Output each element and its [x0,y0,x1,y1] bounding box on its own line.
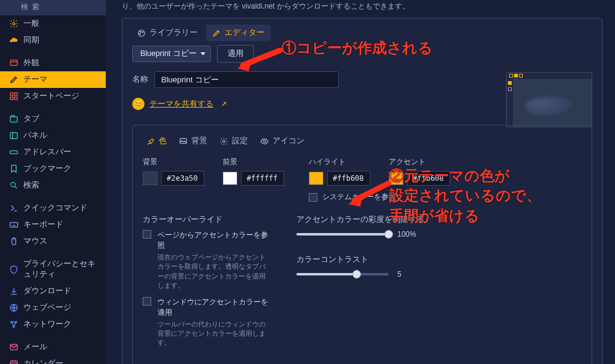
svg-rect-17 [10,361,17,364]
sidebar-item-label: 検索 [23,180,39,191]
override-opt1-title: ページからアクセントカラーを参照 [157,230,272,251]
image-icon [179,137,188,146]
sidebar-item-mail[interactable]: メール [0,339,106,355]
ac-color-hex[interactable] [407,171,450,186]
sidebar-item-download[interactable]: ダウンロード [0,283,106,299]
panel-tabbar: ライブラリー エディター [122,18,602,45]
sidebar-search: 検索 [0,0,106,15]
svg-point-19 [138,30,145,36]
editor-icon [212,29,221,38]
hl-color-label: ハイライト [309,157,370,167]
keyboard-icon [9,220,18,230]
sidebar-item-cloud[interactable]: 同期 [0,32,106,49]
intro-text: り、他のユーザーが作ったテーマを vivaldi.net からダウンロードするこ… [122,0,603,18]
network-icon [9,320,18,330]
search-icon [9,181,18,191]
tab-editor-label: エディター [224,28,264,38]
sidebar-item-mouse[interactable]: マウス [0,233,106,250]
gear-icon [220,137,228,146]
sidebar-item-label: 同期 [23,35,39,46]
tab-icon [9,114,18,124]
subtab-color[interactable]: 色 [143,134,170,148]
apply-button[interactable]: 適用 [217,45,254,63]
color-settings-panel: 色 背景 設定 アイコ [132,125,592,364]
override-title: カラーオーバーライド [143,215,272,225]
subtab-settings[interactable]: 設定 [216,134,252,148]
mail-icon [9,342,18,352]
download-icon [9,287,18,296]
sidebar-item-bookmark[interactable]: ブックマーク [0,160,106,177]
bg-color-hex[interactable] [161,171,204,186]
quickcmd-icon [9,204,18,213]
fg-color-hex[interactable] [241,171,284,186]
saturation-value: 100% [397,230,428,239]
main-area: り、他のユーザーが作ったテーマを vivaldi.net からダウンロードするこ… [106,0,615,364]
sidebar-item-webpage[interactable]: ウェブページ [0,299,106,316]
share-emoji-icon: 😊 [132,98,145,110]
sidebar-item-label: メール [23,342,47,352]
mouse-icon [9,237,18,247]
sidebar-item-label: ネットワーク [23,319,71,330]
svg-rect-8 [10,151,18,154]
tab-library-label: ライブラリー [149,28,197,38]
svg-point-9 [10,183,15,188]
appearance-icon [9,58,18,68]
sidebar-item-label: マウス [23,236,47,247]
chevron-down-icon [200,52,205,55]
sidebar-item-tab[interactable]: タブ [0,111,106,127]
sidebar-item-label: テーマ [23,74,47,85]
sub-tabbar: 色 背景 設定 アイコ [143,134,582,148]
sidebar-item-quickcmd[interactable]: クイックコマンド [0,200,106,216]
panel-icon [9,131,18,141]
hl-color-swatch[interactable] [309,172,323,185]
tab-editor[interactable]: エディター [206,25,271,41]
fg-color-swatch[interactable] [223,172,237,185]
tab-library[interactable]: ライブラリー [131,25,204,41]
bg-color-swatch[interactable] [143,172,157,185]
override-window-accent-checkbox[interactable] [143,297,151,306]
svg-point-0 [12,23,15,25]
svg-point-21 [142,31,143,33]
override-page-accent-checkbox[interactable] [143,230,151,239]
sidebar-item-panel[interactable]: パネル [0,127,106,144]
ac-color-swatch[interactable] [389,172,403,185]
theme-select-value: Blueprint コピー [140,49,197,59]
webpage-icon [9,303,18,313]
share-theme-link[interactable]: テーマを共有する [149,99,213,109]
sidebar-item-keyboard[interactable]: キーボード [0,216,106,233]
sidebar-item-theme[interactable]: テーマ [0,71,106,88]
svg-rect-4 [10,97,12,100]
theme-select-dropdown[interactable]: Blueprint コピー [132,46,211,62]
theme-editor-panel: ライブラリー エディター Blueprint コピー [122,18,603,364]
brush-icon [146,137,155,146]
sidebar-item-calendar[interactable]: カレンダー [0,355,106,364]
svg-point-20 [140,31,141,32]
saturation-title: アクセントカラーの彩度を制限する [296,215,582,225]
sidebar-item-search[interactable]: 検索 [0,177,106,194]
theme-name-input[interactable] [154,71,339,88]
ac-color-label: アクセント [389,157,450,167]
sidebar-item-startpage[interactable]: スタートページ [0,88,106,105]
svg-rect-2 [10,93,12,95]
system-color-label: システムカラーを参照 [322,192,396,202]
contrast-slider[interactable] [296,273,389,275]
sidebar-item-label: 外観 [23,58,39,68]
cloud-icon [9,36,18,46]
system-color-checkbox[interactable] [309,193,317,202]
svg-rect-6 [10,117,17,122]
sidebar-item-addressbar[interactable]: アドレスバー [0,144,106,160]
calendar-icon [9,359,18,365]
sidebar-item-appearance[interactable]: 外観 [0,55,106,71]
sidebar-item-label: キーボード [23,220,63,230]
subtab-background[interactable]: 背景 [175,134,211,148]
sidebar: 検索 一般同期外観テーマスタートページタブパネルアドレスバーブックマーク検索クイ… [0,0,106,364]
hl-color-hex[interactable] [327,171,370,186]
sidebar-item-network[interactable]: ネットワーク [0,316,106,333]
subtab-icon[interactable]: アイコン [256,134,308,148]
subtab-background-label: 背景 [191,136,207,146]
sidebar-item-privacy[interactable]: プライバシーとセキュリティ [0,256,106,283]
saturation-slider[interactable] [296,233,389,235]
svg-rect-10 [10,223,18,228]
sidebar-item-gear[interactable]: 一般 [0,15,106,32]
subtab-settings-label: 設定 [232,136,248,146]
